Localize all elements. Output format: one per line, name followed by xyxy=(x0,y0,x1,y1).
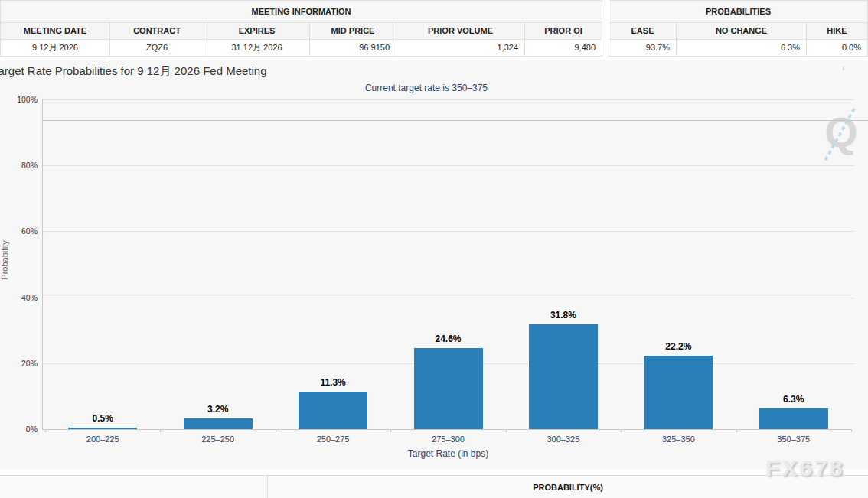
y-axis-tick-label: 0% xyxy=(0,425,38,434)
meeting-information-title: MEETING INFORMATION xyxy=(1,1,602,23)
col-prior-oi: PRIOR OI xyxy=(525,23,602,39)
bar-data-label: 3.2% xyxy=(184,404,253,415)
expires-value: 31 12月 2026 xyxy=(204,40,310,56)
x-axis-tick xyxy=(160,429,161,432)
bar-data-label: 31.8% xyxy=(529,310,598,321)
col-expires: EXPIRES xyxy=(204,23,310,39)
x-axis-category-label: 275–300 xyxy=(403,435,494,444)
hike-value: 0.0% xyxy=(807,40,867,56)
bar-data-label: 6.3% xyxy=(759,394,828,405)
y-gridline xyxy=(42,99,854,100)
col-contract: CONTRACT xyxy=(110,23,204,39)
probability-bar[interactable] xyxy=(68,428,137,429)
x-axis-tick xyxy=(45,429,46,432)
mid-price-value: 96.9150 xyxy=(310,40,396,56)
fx678-watermark: FX678 xyxy=(765,455,844,481)
bar-data-label: 24.6% xyxy=(414,334,483,344)
x-axis-tick xyxy=(506,429,507,432)
col-hike: HIKE xyxy=(807,23,867,39)
bar-data-label: 0.5% xyxy=(68,413,137,424)
x-axis-tick xyxy=(736,429,737,432)
svg-text:Q: Q xyxy=(824,108,858,156)
meeting-date-value: 9 12月 2026 xyxy=(1,40,110,56)
probability-bar[interactable] xyxy=(759,408,828,429)
footer-table-header: PROBABILITY(%) xyxy=(0,475,868,498)
chart-title: Target Rate Probabilities for 9 12月 2026… xyxy=(0,64,267,79)
probabilities-table: PROBABILITIES EASE NO CHANGE HIKE 93.7% … xyxy=(609,0,868,57)
x-axis-line xyxy=(42,429,851,430)
y-gridline xyxy=(42,298,854,298)
probability-bar[interactable] xyxy=(414,348,483,429)
no-change-value: 6.3% xyxy=(677,40,807,56)
col-meeting-date: MEETING DATE xyxy=(1,23,110,39)
col-no-change: NO CHANGE xyxy=(677,23,807,39)
quikstrike-watermark: Q xyxy=(816,107,863,165)
y-axis-tick-label: 80% xyxy=(0,161,38,170)
x-axis-category-label: 300–325 xyxy=(517,435,609,444)
y-gridline xyxy=(42,165,854,166)
col-ease: EASE xyxy=(609,23,677,39)
reference-line xyxy=(42,120,868,121)
ease-value: 93.7% xyxy=(609,40,677,56)
x-axis-tick xyxy=(390,429,391,432)
y-axis-line xyxy=(42,99,43,429)
x-axis-category-label: 250–275 xyxy=(287,435,379,444)
probability-bar[interactable] xyxy=(529,324,598,429)
y-axis-tick-label: 20% xyxy=(0,359,38,368)
chart-subtitle: Current target rate is 350–375 xyxy=(0,83,853,93)
bar-data-label: 11.3% xyxy=(299,377,367,388)
y-axis-tick-label: 60% xyxy=(0,226,38,236)
meeting-information-table: MEETING INFORMATION MEETING DATE CONTRAC… xyxy=(0,0,602,57)
contract-value: ZQZ6 xyxy=(110,40,204,56)
target-rate-probability-chart: Target Rate Probabilities for 9 12月 2026… xyxy=(0,60,868,469)
y-axis-tick-label: 100% xyxy=(0,95,38,104)
y-axis-tick-label: 40% xyxy=(0,293,38,302)
prior-oi-value: 9,480 xyxy=(525,40,602,56)
probability-bar[interactable] xyxy=(184,418,253,429)
col-prior-volume: PRIOR VOLUME xyxy=(396,23,525,39)
footer-empty-cell xyxy=(0,476,268,498)
x-axis-category-label: 200–225 xyxy=(57,435,148,444)
x-axis-category-label: 225–250 xyxy=(172,435,264,444)
probabilities-title: PROBABILITIES xyxy=(609,1,867,23)
y-axis-title: Probability xyxy=(0,231,11,289)
probability-bar[interactable] xyxy=(299,392,367,429)
bar-data-label: 22.2% xyxy=(644,341,713,352)
col-mid-price: MID PRICE xyxy=(310,23,396,39)
x-axis-tick xyxy=(276,429,276,432)
x-axis-tick xyxy=(851,429,852,432)
probability-bar[interactable] xyxy=(644,356,713,429)
x-axis-category-label: 325–350 xyxy=(632,435,724,444)
x-axis-title: Target Rate (in bps) xyxy=(372,448,525,459)
x-axis-category-label: 350–375 xyxy=(748,435,840,444)
prior-volume-value: 1,324 xyxy=(396,40,525,56)
x-axis-tick xyxy=(621,429,622,432)
y-gridline xyxy=(42,231,854,232)
